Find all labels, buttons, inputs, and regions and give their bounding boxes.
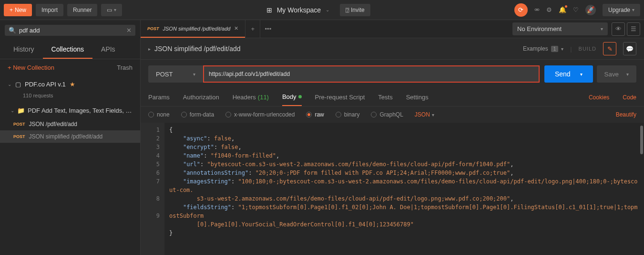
new-button[interactable]: + New	[4, 4, 32, 16]
method-select[interactable]: POST ▾	[148, 65, 203, 83]
pencil-icon: ✎	[607, 45, 613, 53]
comment-button[interactable]: 💬	[623, 42, 636, 55]
heart-icon[interactable]: ♡	[573, 6, 579, 13]
import-button[interactable]: Import	[36, 4, 63, 16]
bootcamp-icon[interactable]: 🚀	[585, 5, 596, 15]
plus-icon: +	[8, 64, 11, 71]
search-field[interactable]	[19, 27, 123, 34]
grid-icon: ⊞	[266, 6, 272, 14]
request-item[interactable]: POST JSON simplified /pdf/edit/add	[0, 130, 140, 143]
request-item[interactable]: POST JSON /pdf/edit/add	[0, 118, 140, 130]
clear-icon[interactable]: ✕	[126, 27, 132, 34]
tab-tests[interactable]: Tests	[378, 89, 392, 106]
collection-name: PDF.co API v.1	[25, 81, 66, 88]
send-label: Send	[555, 70, 571, 78]
settings-icon[interactable]: ⚙	[546, 6, 552, 13]
method-value: POST	[156, 71, 173, 78]
method-badge: POST	[13, 134, 25, 139]
body-format-label: JSON	[415, 111, 430, 118]
new-label: New	[15, 7, 26, 13]
invite-icon: ⍰	[346, 7, 349, 13]
window-button[interactable]: ▭ ▾	[101, 4, 122, 16]
save-button[interactable]: Save ▾	[597, 65, 636, 83]
workspace-name[interactable]: My Workspace	[277, 6, 321, 14]
request-tab[interactable]: POST JSON simplified /pdf/edit/add ✕	[141, 20, 245, 38]
folder-item[interactable]: ⌄ 📁 PDF Add Text, Images, Text Fields, C…	[0, 103, 140, 118]
body-format-select[interactable]: JSON ▾	[415, 111, 434, 118]
tab-settings[interactable]: Settings	[406, 89, 429, 106]
tab-headers[interactable]: Headers (11)	[233, 89, 269, 106]
satellite-icon[interactable]: ⚮	[534, 6, 540, 13]
body-indicator-icon	[298, 95, 302, 98]
chevron-down-icon: ▾	[601, 26, 603, 32]
environment-select[interactable]: No Environment ▾	[512, 22, 608, 35]
code-link[interactable]: Code	[623, 94, 636, 101]
body-editor[interactable]: 123456789 { "async": false, "encrypt": f…	[141, 123, 644, 255]
cookies-link[interactable]: Cookies	[589, 94, 609, 101]
request-name: JSON simplified /pdf/edit/add	[29, 133, 103, 140]
tab-authorization[interactable]: Authorization	[183, 89, 219, 106]
folder-name: PDF Add Text, Images, Text Fields, C...	[28, 107, 133, 114]
chevron-down-icon[interactable]: ⌄	[8, 82, 11, 87]
chevron-down-icon: ▾	[632, 7, 634, 12]
code-content[interactable]: { "async": false, "encrypt": false, "nam…	[164, 123, 644, 255]
tab-apis[interactable]: APIs	[92, 41, 124, 59]
edit-button[interactable]: ✎	[603, 42, 616, 55]
search-input[interactable]: 🔍 ✕	[5, 25, 135, 36]
tab-body[interactable]: Body	[282, 88, 302, 106]
sync-icon: ⟳	[518, 6, 523, 13]
collection-item[interactable]: ⌄ ▢ PDF.co API v.1 ★	[0, 76, 140, 93]
radio-raw[interactable]: raw	[306, 111, 324, 118]
plus-icon: +	[10, 7, 13, 13]
save-label: Save	[604, 71, 619, 78]
examples-label: Examples	[523, 45, 548, 52]
chevron-down-icon[interactable]: ⌄	[10, 108, 14, 113]
more-tabs-button[interactable]: •••	[260, 25, 276, 32]
add-tab-button[interactable]: +	[245, 20, 260, 38]
line-gutter: 123456789	[141, 123, 164, 255]
env-settings-button[interactable]: ☰	[627, 22, 640, 36]
folder-icon: 📁	[17, 107, 25, 114]
send-button[interactable]: Send ▾	[544, 65, 593, 83]
chevron-down-icon: ▾	[114, 7, 116, 12]
invite-button[interactable]: ⍰ Invite	[340, 4, 370, 16]
method-badge: POST	[13, 122, 25, 127]
tab-params[interactable]: Params	[148, 89, 170, 106]
examples-dropdown[interactable]: Examples 1 ▾	[523, 45, 563, 52]
radio-none[interactable]: none	[148, 111, 170, 118]
radio-xwww[interactable]: x-www-form-urlencoded	[225, 111, 295, 118]
environment-label: No Environment	[517, 25, 562, 32]
close-icon[interactable]: ✕	[234, 25, 238, 32]
search-icon: 🔍	[9, 27, 16, 34]
url-input[interactable]	[209, 71, 534, 77]
radio-binary[interactable]: binary	[336, 111, 360, 118]
tab-title: JSON simplified /pdf/edit/add	[163, 26, 231, 32]
bell-icon[interactable]: 🔔	[559, 6, 566, 13]
request-name: JSON /pdf/edit/add	[29, 121, 77, 128]
scrollbar-thumb[interactable]	[640, 126, 643, 154]
sync-button[interactable]: ⟳	[514, 3, 528, 17]
upgrade-button[interactable]: Upgrade ▾	[603, 4, 640, 16]
star-icon[interactable]: ★	[70, 81, 75, 88]
sliders-icon: ☰	[631, 25, 636, 32]
headers-label: Headers	[233, 94, 256, 101]
build-label: BUILD	[579, 46, 596, 52]
method-badge: POST	[147, 26, 159, 31]
trash-link[interactable]: Trash	[117, 64, 133, 71]
body-label: Body	[282, 93, 296, 100]
collection-meta: 110 requests	[0, 93, 140, 103]
beautify-button[interactable]: Beautify	[616, 111, 636, 118]
tab-collections[interactable]: Collections	[43, 41, 92, 59]
window-icon: ▭	[107, 7, 112, 13]
env-preview-button[interactable]: 👁	[612, 22, 625, 36]
tab-prerequest[interactable]: Pre-request Script	[315, 89, 365, 106]
runner-button[interactable]: Runner	[67, 4, 97, 16]
chevron-down-icon[interactable]: ⌄	[326, 7, 329, 12]
chevron-right-icon[interactable]: ▸	[148, 46, 151, 52]
new-collection-label: New Collection	[13, 64, 54, 71]
breadcrumb-title: JSON simplified /pdf/edit/add	[154, 45, 241, 53]
radio-formdata[interactable]: form-data	[181, 111, 214, 118]
tab-history[interactable]: History	[5, 41, 43, 59]
new-collection-button[interactable]: + New Collection	[8, 64, 54, 71]
radio-graphql[interactable]: GraphQL	[371, 111, 403, 118]
